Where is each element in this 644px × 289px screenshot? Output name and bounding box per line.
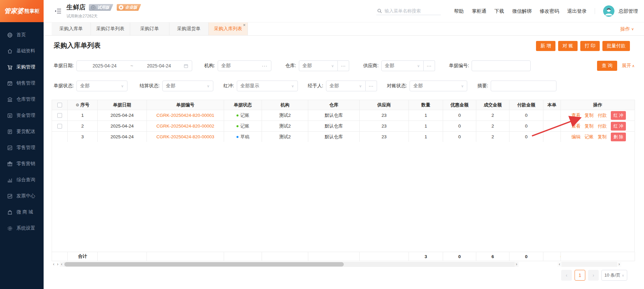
scroll-left-icon[interactable]: ‹ [52, 262, 56, 267]
warehouse-more-button[interactable]: ··· [338, 60, 349, 71]
user-avatar[interactable] [603, 5, 614, 17]
chevron-down-icon: ∨ [631, 27, 634, 31]
menu-search [376, 7, 441, 15]
supplier-filter-select[interactable]: 全部 ∨ [381, 60, 424, 71]
scroll-right-icon[interactable]: › [515, 262, 519, 267]
sidebar-item-invoice[interactable]: 发票中心 [0, 188, 44, 204]
redflush-select[interactable]: 全部显示 ∨ [237, 81, 298, 91]
batch-pay-button[interactable]: 批量付款 [602, 41, 630, 51]
copy-link[interactable]: 复制 [585, 113, 594, 118]
sidebar-item-delivery[interactable]: 要货配送 [0, 124, 44, 140]
topbar: 生鲜店 ▢ 试用版 ★ 企业版 试用剩余27262天 帮助 掌柜通 下载 微信解… [44, 0, 644, 22]
date-end[interactable]: 2025-04-24 [135, 63, 183, 68]
pay-link[interactable]: 付款 [598, 113, 607, 118]
pay-link[interactable]: 付款 [598, 124, 607, 129]
change-password-link[interactable]: 修改密码 [540, 8, 559, 14]
sidebar-item-query[interactable]: 综合查询 [0, 172, 44, 188]
scrollbar-track[interactable] [64, 262, 515, 267]
column-settings-icon[interactable]: ⚙ [76, 103, 79, 107]
query-button[interactable]: 查 询 [597, 61, 617, 71]
doc-no-link[interactable]: CGRK-20250424-820-00002 [156, 124, 214, 129]
sidebar-item-retail-marketing[interactable]: 零售营销 [0, 156, 44, 172]
zhangguitong-link[interactable]: 掌柜通 [472, 8, 487, 14]
handler-more-button[interactable]: ··· [366, 81, 377, 91]
tab-label: 采购入库列表 [214, 26, 242, 32]
summary-input[interactable] [491, 81, 556, 91]
sidebar-item-funds[interactable]: 资金管理 [0, 107, 44, 124]
tab-purchase-inbound-list[interactable]: 采购入库列表 × [209, 22, 248, 35]
red-flush-button[interactable]: 红 冲 [611, 111, 626, 120]
doc-status-select[interactable]: 全部 ∨ [76, 81, 127, 91]
search-input[interactable] [385, 8, 440, 13]
sidebar-item-sales[interactable]: 销售管理 [0, 75, 44, 91]
collapse-filters-link[interactable]: 展开 ∧ [622, 63, 635, 69]
sidebar-item-basic-data[interactable]: 基础资料 [0, 43, 44, 59]
tab-purchase-order-list[interactable]: 采购订单列表 [91, 22, 130, 35]
add-button[interactable]: 新 增 [536, 41, 555, 51]
sidebar-item-purchase[interactable]: 采购管理 [0, 59, 44, 75]
copy-link[interactable]: 复制 [598, 134, 607, 139]
reconcile-button[interactable]: 对 账 [558, 41, 578, 51]
print-button[interactable]: 打 印 [580, 41, 600, 51]
scroll-left-icon[interactable]: ‹ [60, 262, 64, 267]
org-filter-select[interactable]: 全部 ··· [218, 60, 271, 71]
sidebar-item-retail[interactable]: 零售管理 [0, 140, 44, 156]
tab-purchase-inbound-doc[interactable]: 采购入库单 [52, 22, 91, 35]
sidebar-item-warehouse[interactable]: 仓库管理 [0, 91, 44, 107]
cell-date: 2025-04-24 [98, 132, 147, 142]
cell-paid: 0 [509, 121, 543, 132]
doc-no-link[interactable]: CGRK-20250424-820-00001 [156, 113, 214, 118]
recon-status-select[interactable]: 全部 ∨ [410, 81, 467, 91]
prev-page-button[interactable]: ‹ [561, 270, 572, 281]
col-header-date: 单据日期 [98, 100, 147, 110]
gear-icon [7, 226, 13, 231]
page-number-button[interactable]: 1 [575, 270, 585, 281]
home-icon [7, 48, 13, 54]
help-link[interactable]: 帮助 [454, 8, 464, 14]
copy-link[interactable]: 复制 [585, 124, 594, 129]
close-icon[interactable]: × [243, 23, 246, 27]
tab-purchase-return[interactable]: 采购退货单 [169, 22, 209, 35]
tab-action-dropdown[interactable]: 操作 ∨ [620, 22, 634, 36]
gift-icon [7, 161, 13, 167]
doc-no-link[interactable]: CGRK-20250424-820-00003 [156, 134, 214, 139]
current-user-name[interactable]: 总部管理 [619, 8, 638, 14]
logout-link[interactable]: 退出登录 [567, 8, 587, 14]
wechat-unbind-link[interactable]: 微信解绑 [512, 8, 532, 14]
scroll-left-icon[interactable]: ‹ [557, 262, 561, 267]
view-link[interactable]: 查看 [572, 113, 581, 118]
tab-purchase-order[interactable]: 采购订单 [130, 22, 169, 35]
scrollbar-track[interactable] [561, 262, 617, 267]
warehouse-filter-select[interactable]: 全部 ∨ [299, 60, 338, 71]
col-header-discount: 优惠金额 [443, 100, 476, 110]
edit-link[interactable]: 编辑 [572, 134, 581, 139]
cell-deal: 2 [476, 110, 509, 121]
sidebar-item-home[interactable]: 首页 [0, 27, 44, 43]
row-checkbox[interactable] [57, 113, 62, 118]
col-header-checkbox [52, 100, 68, 110]
recon-status-value: 全部 [413, 83, 423, 89]
doc-no-input[interactable] [472, 60, 531, 71]
scrollbar-thumb[interactable] [64, 262, 344, 267]
next-page-button[interactable]: › [588, 270, 599, 281]
sidebar-collapse-icon[interactable] [54, 8, 62, 14]
date-range-picker[interactable]: 2025-04-24 ~ 2025-04-24 [76, 60, 192, 71]
date-start[interactable]: 2025-04-24 [80, 63, 129, 68]
download-link[interactable]: 下载 [494, 8, 504, 14]
post-link[interactable]: 记账 [585, 134, 594, 139]
supplier-more-button[interactable]: ··· [424, 60, 435, 71]
delete-button[interactable]: 删 除 [611, 133, 626, 141]
select-all-checkbox[interactable] [57, 103, 62, 107]
sidebar-item-settings[interactable]: 系统设置 [0, 220, 44, 236]
ellipsis-icon[interactable]: ··· [262, 63, 268, 68]
sidebar-item-mall[interactable]: 微 商 城 [0, 204, 44, 220]
filter-row-1: 单据日期: 2025-04-24 ~ 2025-04-24 机构: 全部 ···… [54, 60, 531, 71]
view-link[interactable]: 查看 [572, 124, 581, 129]
scroll-right-icon[interactable]: › [617, 262, 621, 267]
settle-status-select[interactable]: 全部 ∨ [162, 81, 213, 91]
page-size-select[interactable]: 10 条/页 ∨ [601, 270, 627, 281]
handler-select[interactable]: 全部 ∨ [326, 81, 366, 91]
scroll-right-icon[interactable]: › [56, 262, 60, 267]
row-checkbox[interactable] [57, 124, 62, 129]
red-flush-button[interactable]: 红 冲 [611, 122, 626, 131]
